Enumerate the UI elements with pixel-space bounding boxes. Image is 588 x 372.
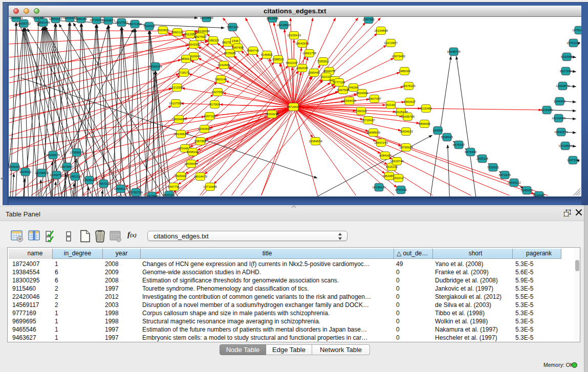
svg-text:18300295: 18300295	[265, 113, 279, 116]
svg-text:16671355: 16671355	[128, 23, 142, 26]
svg-text:19654983: 19654983	[172, 118, 186, 121]
svg-text:18907249: 18907249	[374, 141, 388, 144]
svg-text:164095: 164095	[432, 129, 443, 132]
svg-text:1362635: 1362635	[296, 67, 308, 70]
svg-text:15692971: 15692971	[554, 130, 568, 134]
svg-text:19027561: 19027561	[115, 21, 128, 24]
svg-text:6679197: 6679197	[452, 143, 465, 146]
svg-text:7357224: 7357224	[226, 26, 238, 29]
svg-text:16961758: 16961758	[302, 52, 316, 55]
svg-text:19756928: 19756928	[399, 146, 413, 149]
svg-text:989013: 989013	[181, 57, 191, 60]
svg-text:6899695: 6899695	[418, 122, 430, 125]
svg-text:16520746: 16520746	[390, 160, 404, 163]
svg-text:14136141: 14136141	[372, 186, 386, 189]
svg-text:10975857: 10975857	[60, 165, 74, 168]
svg-text:3824554: 3824554	[356, 92, 368, 95]
svg-text:12495758: 12495758	[401, 115, 415, 118]
svg-text:62160: 62160	[386, 103, 395, 106]
svg-text:9245652: 9245652	[520, 189, 533, 192]
svg-text:8427552: 8427552	[211, 91, 224, 94]
svg-text:1546: 1546	[231, 39, 238, 42]
svg-text:2087682: 2087682	[362, 18, 375, 21]
svg-text:1835001: 1835001	[9, 165, 21, 168]
svg-text:1615132: 1615132	[385, 165, 398, 168]
svg-text:9146821: 9146821	[260, 53, 273, 56]
svg-text:20691406: 20691406	[36, 21, 50, 24]
svg-text:15751074: 15751074	[567, 41, 580, 45]
svg-text:12156829: 12156829	[35, 171, 49, 174]
svg-text:15720407: 15720407	[361, 119, 375, 122]
svg-text:10853257: 10853257	[49, 17, 62, 20]
svg-text:9415312: 9415312	[163, 193, 175, 196]
svg-text:16953021: 16953021	[9, 17, 23, 19]
svg-text:14055712: 14055712	[17, 22, 31, 25]
svg-text:12342757: 12342757	[50, 173, 63, 177]
svg-text:19166823: 19166823	[174, 133, 188, 136]
svg-text:9227342: 9227342	[559, 70, 572, 73]
svg-text:1803144: 1803144	[214, 78, 227, 81]
svg-text:1990443: 1990443	[308, 71, 320, 74]
svg-text:7955812: 7955812	[317, 60, 329, 63]
svg-text:6966160: 6966160	[75, 17, 87, 20]
svg-text:16033809: 16033809	[200, 17, 213, 19]
svg-text:18640910: 18640910	[295, 42, 309, 45]
svg-text:8454749: 8454749	[247, 49, 259, 52]
svg-text:16782759: 16782759	[129, 191, 143, 194]
svg-text:8154987: 8154987	[533, 194, 545, 196]
svg-text:9115460: 9115460	[420, 107, 432, 110]
svg-text:8938915: 8938915	[441, 136, 453, 139]
svg-text:19218506: 19218506	[277, 24, 291, 27]
svg-text:8186323: 8186323	[207, 39, 219, 42]
svg-text:7663822: 7663822	[157, 29, 169, 32]
svg-text:13975115: 13975115	[402, 84, 416, 87]
svg-text:9777169: 9777169	[333, 81, 345, 84]
svg-text:1167534: 1167534	[567, 159, 579, 162]
svg-text:17957225: 17957225	[97, 182, 111, 185]
svg-text:10973493: 10973493	[391, 55, 405, 58]
svg-text:20099489: 20099489	[184, 162, 198, 165]
svg-text:1588520: 1588520	[272, 58, 284, 61]
svg-text:9329966: 9329966	[560, 55, 573, 58]
svg-text:16107553: 16107553	[169, 102, 183, 105]
svg-text:15751074: 15751074	[572, 29, 581, 32]
svg-text:9084067: 9084067	[379, 154, 391, 157]
svg-text:16054871: 16054871	[101, 19, 115, 22]
svg-text:5822037: 5822037	[286, 61, 298, 64]
svg-text:252214: 252214	[393, 177, 404, 180]
svg-text:2718170: 2718170	[178, 71, 190, 74]
svg-text:10688609: 10688609	[366, 131, 380, 134]
svg-text:16210643: 16210643	[552, 117, 565, 120]
svg-text:5498242: 5498242	[186, 150, 199, 154]
svg-text:2967608: 2967608	[231, 46, 244, 49]
svg-text:9827500: 9827500	[194, 35, 206, 38]
svg-text:17359928: 17359928	[70, 151, 83, 154]
svg-text:13325419: 13325419	[287, 34, 301, 37]
svg-text:7625402: 7625402	[175, 174, 187, 178]
svg-text:16154808: 16154808	[374, 29, 388, 32]
svg-text:20364436: 20364436	[342, 99, 356, 102]
svg-text:8675685: 8675685	[224, 52, 236, 55]
svg-text:17016504: 17016504	[558, 144, 572, 147]
svg-text:15716485: 15716485	[203, 185, 217, 188]
svg-text:10654112: 10654112	[507, 181, 521, 184]
svg-text:1244415: 1244415	[553, 100, 565, 103]
svg-text:8471676: 8471676	[498, 173, 511, 177]
svg-text:7515526: 7515526	[143, 25, 155, 28]
svg-text:9474444: 9474444	[464, 150, 476, 154]
svg-text:6497508: 6497508	[337, 89, 349, 92]
svg-text:7132621: 7132621	[487, 166, 499, 169]
svg-text:7366322: 7366322	[355, 110, 367, 113]
svg-text:3915512: 3915512	[19, 170, 31, 173]
svg-text:2935114: 2935114	[476, 157, 489, 160]
svg-text:16654923: 16654923	[399, 130, 413, 133]
svg-text:19384554: 19384554	[309, 140, 322, 143]
svg-text:3267110: 3267110	[204, 115, 216, 118]
svg-text:9694078: 9694078	[323, 70, 335, 73]
svg-text:12093872: 12093872	[556, 84, 570, 87]
svg-text:3587853: 3587853	[194, 140, 206, 143]
svg-text:12213389: 12213389	[170, 86, 184, 89]
svg-text:10607487: 10607487	[367, 97, 381, 100]
svg-text:8813054: 8813054	[266, 17, 278, 20]
svg-text:10958127: 10958127	[114, 187, 127, 190]
